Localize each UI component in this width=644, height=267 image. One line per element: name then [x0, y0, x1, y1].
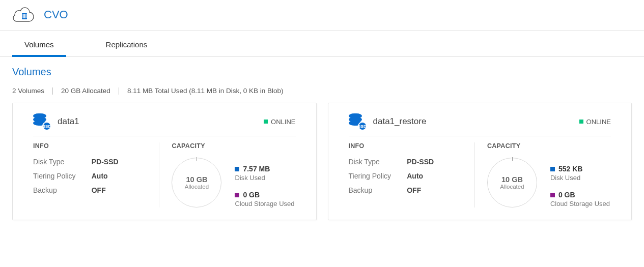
metric-disk-used: 552 KB Disk Used — [550, 165, 610, 182]
gauge-value: 10 GB — [501, 175, 523, 184]
capacity-gauge: 10 GB Allocated — [487, 158, 537, 207]
volume-ssd-icon: SSD — [349, 113, 366, 130]
capacity-gauge: 10 GB Allocated — [172, 158, 221, 207]
cloud-db-icon — [12, 6, 35, 23]
status-online-icon — [579, 120, 583, 124]
value-tiering-policy: Auto — [92, 172, 108, 180]
capacity-heading: CAPACITY — [487, 142, 537, 150]
label-disk-type: Disk Type — [349, 158, 407, 166]
value-tiering-policy: Auto — [407, 172, 423, 180]
divider — [119, 87, 119, 95]
value-disk-type: PD-SSD — [92, 158, 119, 166]
label-backup: Backup — [349, 186, 407, 194]
cloud-used-value: 0 GB — [243, 191, 260, 199]
volume-name: data1 — [58, 116, 79, 127]
info-heading: INFO — [349, 142, 465, 150]
volume-status: ONLINE — [579, 118, 611, 126]
legend-blue-icon — [235, 167, 239, 171]
label-disk-type: Disk Type — [33, 158, 92, 166]
tab-bar: Volumes Replications — [0, 33, 644, 57]
volume-card-header: SSD data1_restore ONLINE — [349, 113, 611, 136]
summary-stats: 2 Volumes 20 GB Allocated 8.11 MB Total … — [0, 80, 644, 103]
label-tiering-policy: Tiering Policy — [349, 172, 407, 180]
metric-disk-used: 7.57 MB Disk Used — [235, 165, 294, 182]
metric-cloud-used: 0 GB Cloud Storage Used — [235, 191, 294, 207]
cloud-used-label: Cloud Storage Used — [550, 200, 610, 207]
capacity-heading: CAPACITY — [172, 142, 221, 150]
volume-card-list: SSD data1 ONLINE INFO Disk Type PD-SSD T… — [0, 103, 644, 220]
section-heading: Volumes — [0, 57, 644, 80]
disk-used-label: Disk Used — [235, 174, 294, 182]
label-backup: Backup — [33, 186, 92, 194]
info-heading: INFO — [33, 142, 150, 150]
cloud-used-label: Cloud Storage Used — [235, 200, 294, 207]
value-backup: OFF — [407, 186, 421, 194]
gauge-label: Allocated — [500, 184, 524, 190]
volume-ssd-icon: SSD — [33, 113, 50, 130]
page-title: CVO — [44, 8, 68, 21]
value-disk-type: PD-SSD — [407, 158, 434, 166]
gauge-label: Allocated — [185, 184, 209, 190]
label-tiering-policy: Tiering Policy — [33, 172, 92, 180]
volume-card[interactable]: SSD data1 ONLINE INFO Disk Type PD-SSD T… — [12, 103, 317, 220]
tab-replications[interactable]: Replications — [94, 33, 160, 57]
volume-card-header: SSD data1 ONLINE — [33, 113, 296, 136]
legend-purple-icon — [550, 193, 555, 197]
disk-used-label: Disk Used — [550, 174, 610, 182]
volume-status: ONLINE — [264, 118, 295, 126]
cloud-used-value: 0 GB — [558, 191, 575, 199]
metric-cloud-used: 0 GB Cloud Storage Used — [550, 191, 610, 207]
gauge-value: 10 GB — [186, 175, 207, 184]
status-label: ONLINE — [271, 118, 295, 126]
tab-volumes[interactable]: Volumes — [12, 33, 66, 57]
divider — [52, 87, 53, 95]
stat-volume-count: 2 Volumes — [12, 87, 44, 95]
legend-blue-icon — [550, 167, 555, 171]
value-backup: OFF — [92, 186, 106, 194]
volume-card[interactable]: SSD data1_restore ONLINE INFO Disk Type … — [328, 103, 632, 220]
stat-allocated: 20 GB Allocated — [61, 87, 110, 95]
volume-name: data1_restore — [373, 116, 427, 127]
svg-rect-3 — [26, 14, 27, 18]
legend-purple-icon — [235, 193, 239, 197]
status-label: ONLINE — [586, 118, 611, 126]
disk-used-value: 7.57 MB — [243, 165, 270, 173]
page-header: CVO — [0, 0, 644, 31]
svg-rect-1 — [23, 14, 24, 18]
status-online-icon — [264, 120, 268, 124]
stat-total-used: 8.11 MB Total Used (8.11 MB in Disk, 0 K… — [127, 87, 284, 95]
svg-rect-2 — [24, 14, 25, 18]
disk-used-value: 552 KB — [558, 165, 582, 173]
